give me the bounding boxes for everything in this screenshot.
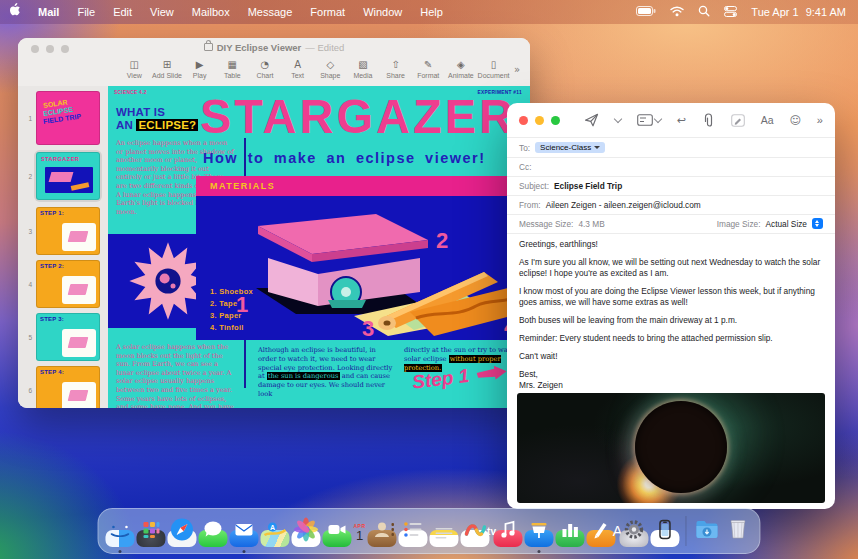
toolbar-media-button[interactable]: ▧Media — [347, 58, 380, 79]
apple-menu[interactable] — [0, 0, 29, 24]
table-icon: ▦ — [216, 58, 249, 71]
keynote-toolbar: ◫View ⊞Add Slide ▶Play ▦Table ◔Chart ATe… — [108, 56, 530, 88]
subject-field[interactable]: Subject: Eclipse Field Trip — [507, 176, 835, 196]
dock-photos[interactable] — [291, 530, 320, 547]
toolbar-add-slide-button[interactable]: ⊞Add Slide — [151, 58, 184, 79]
dock-reminders[interactable] — [399, 530, 428, 547]
toolbar-shape-button[interactable]: ◇Shape — [314, 58, 347, 79]
menu-item-edit[interactable]: Edit — [104, 0, 141, 24]
slide-footer-left: Although an eclipse is beautiful, in ord… — [258, 346, 394, 399]
format-button[interactable]: Aa — [761, 114, 774, 126]
dock-finder[interactable] — [105, 530, 134, 547]
slide-thumbnail-6[interactable]: STEP 4: — [36, 366, 100, 408]
bar-chart-icon — [556, 530, 585, 544]
toolbar-view-button[interactable]: ◫View — [118, 58, 151, 79]
toolbar-overflow-button[interactable]: » — [817, 114, 823, 126]
reply-indicator-button[interactable]: ↩ — [677, 114, 686, 127]
dock-system-settings[interactable] — [620, 530, 649, 547]
dock-notes[interactable] — [430, 530, 459, 547]
menu-item-help[interactable]: Help — [411, 0, 452, 24]
toolbar-overflow-button[interactable]: » — [510, 58, 522, 75]
menu-item-mail[interactable]: Mail — [29, 0, 68, 24]
iphone-icon — [651, 530, 680, 544]
dock-mail[interactable] — [229, 530, 258, 547]
toolbar-table-button[interactable]: ▦Table — [216, 58, 249, 79]
launchpad-grid-icon — [136, 530, 165, 544]
menu-item-mailbox[interactable]: Mailbox — [183, 0, 239, 24]
toolbar-format-button[interactable]: ✎Format — [412, 58, 445, 79]
menu-item-window[interactable]: Window — [354, 0, 411, 24]
image-size-select[interactable]: Actual Size — [765, 218, 823, 229]
toolbar-animate-button[interactable]: ◈Animate — [445, 58, 478, 79]
slide-thumbnail-2-selected[interactable]: STARGAZER — [34, 150, 102, 202]
cc-field[interactable]: Cc: — [507, 157, 835, 177]
message-body[interactable]: Greetings, earthlings! As I'm sure you a… — [519, 239, 823, 391]
header-fields-button[interactable] — [637, 114, 661, 126]
toolbar-play-button[interactable]: ▶Play — [183, 58, 216, 79]
dock-freeform[interactable] — [461, 530, 490, 547]
zoom-button[interactable] — [61, 45, 69, 53]
battery-icon[interactable] — [636, 6, 656, 18]
to-field[interactable]: To: Science-Class — [507, 138, 835, 158]
from-field[interactable]: From: Aileen Zeigen - aileen.zeigen@iclo… — [507, 195, 835, 215]
wifi-icon[interactable] — [670, 6, 684, 19]
slide-thumbnail-1[interactable]: SOLAR ECLIPSE FIELD TRIP — [36, 91, 100, 145]
animate-icon: ◈ — [445, 58, 478, 71]
keynote-titlebar[interactable]: DIY Eclipse Viewer — Edited — [18, 38, 530, 56]
minimize-button[interactable] — [535, 116, 544, 125]
dock-trash[interactable] — [724, 530, 753, 547]
close-button[interactable] — [31, 45, 39, 53]
dock-messages[interactable] — [198, 530, 227, 547]
close-button[interactable] — [519, 116, 528, 125]
dock-safari[interactable] — [167, 530, 196, 547]
dock-keynote[interactable] — [525, 530, 554, 547]
toolbar-share-button[interactable]: ⇧Share — [379, 58, 412, 79]
paperclip-icon — [702, 113, 715, 128]
search-icon[interactable] — [698, 5, 710, 19]
slide-thumbnail-5[interactable]: STEP 3: — [36, 313, 100, 361]
media-icon: ▧ — [347, 58, 380, 71]
eclipse-moon — [635, 401, 727, 493]
toolbar-chart-button[interactable]: ◔Chart — [249, 58, 282, 79]
toolbar-document-button[interactable]: ▯Document — [477, 58, 510, 79]
contact-silhouette-icon — [368, 530, 397, 544]
recipient-token[interactable]: Science-Class — [535, 142, 605, 153]
dock-launchpad[interactable] — [136, 530, 165, 547]
attachment-eclipse-photo[interactable] — [517, 393, 825, 503]
finder-face-icon — [105, 530, 134, 544]
toolbar-text-button[interactable]: AText — [281, 58, 314, 79]
slide-canvas[interactable]: SCIENCE 4.2 EXPERIMENT #11 WHAT IS AN EC… — [108, 86, 530, 408]
menu-item-view[interactable]: View — [141, 0, 183, 24]
minimize-button[interactable] — [46, 45, 54, 53]
slide-thumbnail-4[interactable]: STEP 2: — [36, 260, 100, 308]
menu-item-format[interactable]: Format — [301, 0, 354, 24]
markup-button[interactable] — [731, 114, 745, 127]
document-icon: ▯ — [477, 58, 510, 71]
dock-calendar[interactable]: APR 1 — [353, 523, 365, 543]
emoji-button[interactable]: ☺ — [789, 114, 800, 127]
slide-subtitle: How to make an eclipse viewer! — [203, 150, 486, 166]
slide-thumbnail-3[interactable]: STEP 1: — [36, 207, 100, 255]
dock-pages[interactable] — [587, 530, 616, 547]
dock-contacts[interactable] — [368, 530, 397, 547]
dock-iphone-mirroring[interactable] — [651, 530, 680, 547]
menu-clock[interactable]: Tue Apr 1 9:41 AM — [751, 6, 846, 18]
menu-date: Tue Apr 1 — [751, 6, 798, 18]
arrow-right-icon — [476, 364, 508, 383]
menu-item-message[interactable]: Message — [239, 0, 302, 24]
menu-item-file[interactable]: File — [68, 0, 104, 24]
dock-facetime[interactable] — [322, 530, 351, 547]
send-button[interactable] — [584, 113, 599, 127]
safari-compass-icon — [167, 530, 196, 544]
music-note-icon — [494, 530, 523, 544]
dock-music[interactable] — [494, 530, 523, 547]
attach-button[interactable] — [702, 113, 715, 128]
dock-downloads[interactable] — [693, 530, 722, 547]
dock-numbers[interactable] — [556, 530, 585, 547]
zoom-button[interactable] — [551, 116, 560, 125]
send-icon — [584, 113, 599, 127]
envelope-icon — [229, 530, 258, 544]
dock-maps[interactable]: A — [260, 530, 289, 547]
control-center-icon[interactable] — [724, 6, 737, 19]
send-options-button[interactable] — [615, 118, 621, 122]
